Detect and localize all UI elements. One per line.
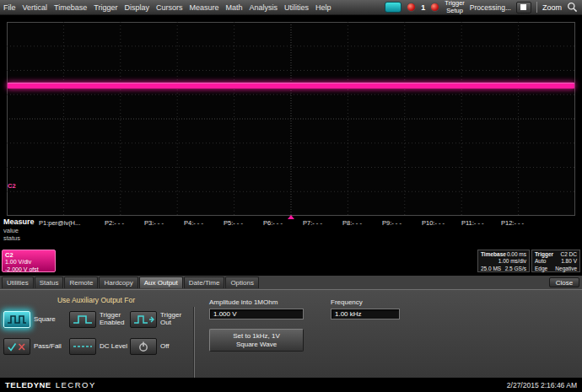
- measure-title: Measure: [3, 217, 35, 226]
- option-trigger-enabled[interactable]: Trigger Enabled: [69, 311, 130, 328]
- option-dc-level[interactable]: DC Level: [69, 338, 130, 355]
- tab-remote[interactable]: Remote: [64, 277, 98, 288]
- option-pass-fail[interactable]: Pass/Fail: [3, 338, 69, 355]
- timebase-samples: 25.0 MS: [481, 266, 501, 272]
- trigger-slope: Negative: [555, 266, 577, 272]
- measure-row-value: value: [3, 227, 19, 234]
- param-p3[interactable]: P3:- - -: [144, 219, 184, 227]
- pass-fail-button[interactable]: [3, 338, 30, 355]
- grid-lines: [7, 22, 575, 216]
- param-p6[interactable]: P6:- - -: [263, 219, 303, 227]
- menu-cursors[interactable]: Cursors: [153, 0, 186, 14]
- tab-status[interactable]: Status: [35, 277, 64, 288]
- descriptor-group: Timebase0.00 ms 1.00 ms/div 25.0 MS2.5 G…: [477, 250, 580, 272]
- channel2-offset: -2.000 V ofst: [5, 266, 52, 274]
- timebase-descriptor[interactable]: Timebase0.00 ms 1.00 ms/div 25.0 MS2.5 G…: [477, 250, 530, 272]
- record-led-icon[interactable]: [407, 3, 416, 12]
- tab-options[interactable]: Options: [225, 277, 259, 288]
- trigger-descriptor[interactable]: TriggerC2 DC Auto1.80 V EdgeNegative: [531, 250, 580, 272]
- timebase-rate: 2.5 GS/s: [505, 266, 526, 272]
- channel2-axis-marker[interactable]: C2: [8, 182, 16, 190]
- waveform-status-icon[interactable]: [385, 2, 401, 13]
- option-off[interactable]: Off: [130, 338, 186, 355]
- zoom-label: Zoom: [542, 3, 562, 12]
- amplitude-field-group: Amplitude into 1MOhm 1.000 V: [209, 298, 304, 320]
- param-p5[interactable]: P5:- - -: [224, 219, 263, 227]
- off-icon: [132, 341, 154, 352]
- square-wave-button[interactable]: [3, 311, 30, 328]
- param-p1[interactable]: P1:per@lv(H...: [39, 219, 105, 227]
- option-trigger-out[interactable]: Trigger Out: [130, 311, 186, 328]
- trigger-mode: Auto: [535, 258, 546, 265]
- menu-vertical[interactable]: Vertical: [19, 0, 51, 14]
- trigger-time-marker[interactable]: [288, 215, 294, 219]
- option-label: Trigger Enabled: [100, 312, 130, 327]
- param-p10[interactable]: P10:- - -: [422, 219, 461, 227]
- param-p2[interactable]: P2:- - -: [105, 219, 144, 227]
- option-label: Trigger Out: [160, 312, 186, 327]
- section-title: Use Auxiliary Output For: [3, 296, 189, 304]
- trigger-enabled-button[interactable]: [69, 311, 96, 328]
- option-label: Off: [160, 343, 186, 351]
- dialog-body: Use Auxiliary Output For Square: [0, 289, 582, 378]
- trigger-source: C2 DC: [560, 251, 577, 258]
- menu-measure[interactable]: Measure: [186, 0, 222, 14]
- option-square[interactable]: Square: [3, 311, 69, 328]
- aux-output-options: Use Auxiliary Output For Square: [3, 292, 189, 355]
- menu-math[interactable]: Math: [222, 0, 245, 14]
- param-p9[interactable]: P9:- - -: [382, 219, 422, 227]
- section-divider: [193, 307, 195, 381]
- pulse-icon: [72, 314, 94, 325]
- aux-output-settings: Amplitude into 1MOhm 1.000 V Frequency 1…: [209, 298, 400, 352]
- param-p11[interactable]: P11:- - -: [461, 219, 501, 227]
- brand-lecroy: LECROY: [56, 380, 96, 389]
- trigger-type: Edge: [535, 266, 547, 272]
- tab-aux-output[interactable]: Aux Output: [139, 277, 183, 288]
- trigger-level: 1.80 V: [561, 258, 577, 265]
- trigger-setup-button[interactable]: Trigger Setup: [445, 0, 464, 14]
- frequency-label: Frequency: [331, 298, 400, 306]
- menu-utilities[interactable]: Utilities: [281, 0, 312, 14]
- param-p4[interactable]: P4:- - -: [184, 219, 224, 227]
- brand-teledyne: TELEDYNE: [5, 380, 51, 389]
- menu-analysis[interactable]: Analysis: [245, 0, 281, 14]
- measure-row-status: status: [3, 234, 20, 242]
- timebase-scale: 1.00 ms/div: [498, 258, 526, 265]
- set-default-label: Set to 1kHz, 1V Square Wave: [225, 332, 288, 348]
- dialog-tabs: Utilities Status Remote Hardcopy Aux Out…: [0, 276, 582, 288]
- stop-button[interactable]: [516, 2, 531, 13]
- channel2-descriptor[interactable]: C2 1.00 V/div -2.000 V ofst: [2, 250, 56, 272]
- param-p12[interactable]: P12:- - -: [501, 219, 541, 227]
- param-p7[interactable]: P7:- - -: [303, 219, 342, 227]
- option-label: Square: [34, 316, 67, 324]
- menu-help[interactable]: Help: [312, 0, 335, 14]
- set-default-button[interactable]: Set to 1kHz, 1V Square Wave: [209, 329, 304, 352]
- measure-params: P1:per@lv(H... P2:- - - P3:- - - P4:- - …: [39, 219, 541, 227]
- magnifier-icon[interactable]: [567, 2, 578, 13]
- menu-display[interactable]: Display: [121, 0, 153, 14]
- channel2-vdiv: 1.00 V/div: [5, 259, 52, 266]
- tab-date-time[interactable]: Date/Time: [184, 277, 225, 288]
- brand-logo: TELEDYNE LECROY: [5, 380, 96, 389]
- trigger-out-button[interactable]: [130, 311, 157, 328]
- off-button[interactable]: [130, 338, 157, 355]
- amplitude-input[interactable]: 1.000 V: [209, 309, 304, 320]
- menu-file[interactable]: File: [0, 0, 19, 14]
- dc-level-button[interactable]: [69, 338, 96, 355]
- menu-bar: File Vertical Timebase Trigger Display C…: [0, 0, 582, 15]
- record-led-icon-2[interactable]: [430, 3, 439, 12]
- channel2-name: C2: [5, 251, 13, 259]
- tab-hardcopy[interactable]: Hardcopy: [99, 277, 137, 288]
- param-p8[interactable]: P8:- - -: [342, 219, 382, 227]
- menu-trigger[interactable]: Trigger: [90, 0, 121, 14]
- frequency-input[interactable]: 1.00 kHz: [331, 309, 400, 320]
- pass-fail-icon: [6, 341, 28, 352]
- datetime-display: 2/27/2015 2:16:46 AM: [507, 381, 577, 389]
- option-label: DC Level: [100, 343, 130, 351]
- cursor-count-badge: 1: [421, 3, 425, 12]
- close-button[interactable]: Close: [549, 277, 579, 287]
- menu-timebase[interactable]: Timebase: [51, 0, 90, 14]
- tab-utilities[interactable]: Utilities: [2, 277, 34, 288]
- frequency-field-group: Frequency 1.00 kHz: [331, 298, 400, 320]
- amplitude-label: Amplitude into 1MOhm: [209, 298, 304, 306]
